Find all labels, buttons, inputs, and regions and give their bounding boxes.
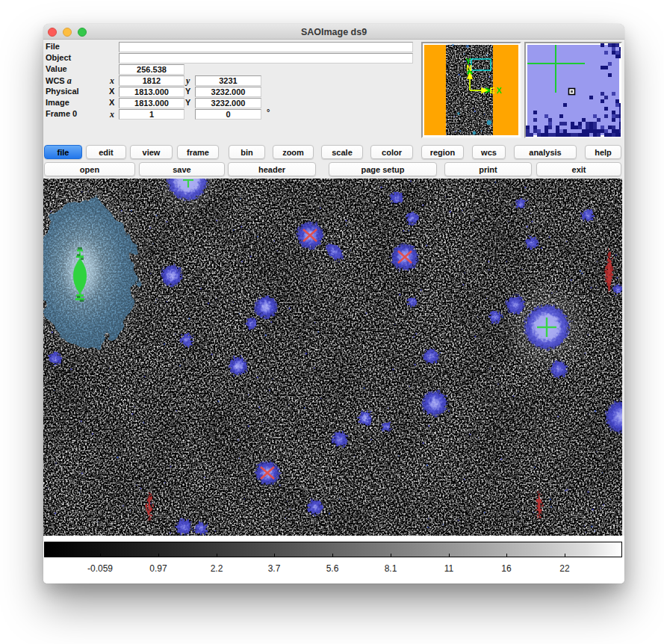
svg-text:X: X [496,86,501,95]
svg-text:E: E [489,86,494,95]
svg-text:N: N [466,64,472,72]
